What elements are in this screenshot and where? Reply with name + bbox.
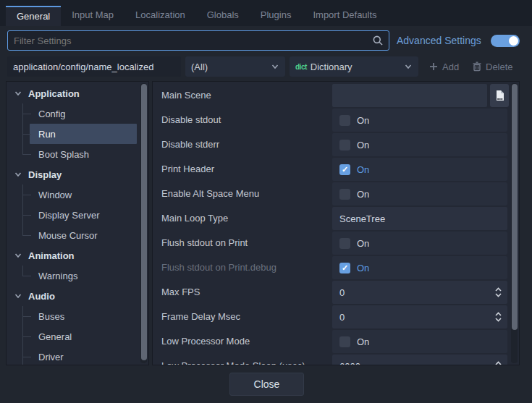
project-settings-dialog: General Input Map Localization Globals P…: [0, 0, 532, 403]
chevron-down-icon: [271, 62, 279, 71]
sidebar-item-config[interactable]: Config: [7, 103, 138, 124]
spinner-updown-icon[interactable]: [494, 310, 503, 323]
main-scene-input[interactable]: [332, 84, 487, 107]
file-icon: [494, 90, 505, 101]
property-label: Max FPS: [161, 280, 200, 305]
add-label: Add: [442, 61, 459, 72]
property-row-disable-stderr: Disable stderr On: [153, 132, 510, 157]
property-row-print-header: Print Header ✓ On: [153, 157, 510, 182]
main-loop-type-input[interactable]: SceneTree: [332, 207, 507, 230]
search-icon: [372, 35, 384, 46]
property-label: Main Scene: [161, 83, 211, 108]
main-scrollbar-track[interactable]: [511, 83, 518, 363]
filter-settings-input[interactable]: [8, 35, 372, 46]
property-row-low-processor-mode: Low Processor Mode On: [153, 329, 510, 354]
checkbox-unchecked[interactable]: [339, 189, 350, 200]
tab-localization[interactable]: Localization: [124, 6, 196, 26]
dictionary-type-icon: dict: [295, 63, 307, 71]
sidebar-item-label: Warnings: [38, 271, 77, 281]
close-button[interactable]: Close: [229, 373, 304, 396]
property-bar: (All) dict Dictionary Add: [0, 56, 532, 77]
sidebar-item-label: Audio: [28, 291, 55, 302]
sidebar-item-warnings[interactable]: Warnings: [7, 266, 138, 286]
tab-bar: General Input Map Localization Globals P…: [0, 0, 532, 26]
feature-filter-dropdown[interactable]: (All): [185, 56, 285, 77]
sidebar-item-application[interactable]: Application: [7, 83, 138, 103]
settings-category-tree: Application Config Run Boot Splash Displ…: [6, 81, 149, 365]
max-fps-spinbox[interactable]: 0: [332, 281, 507, 304]
spinner-updown-icon[interactable]: [494, 360, 503, 365]
property-row-main-loop-type: Main Loop Type SceneTree: [153, 206, 510, 231]
property-label: Print Header: [161, 157, 214, 182]
tab-input-map[interactable]: Input Map: [61, 6, 124, 26]
checkbox-label: On: [357, 238, 369, 249]
sidebar-item-label: Driver: [38, 352, 64, 362]
checkbox-label: On: [357, 263, 369, 273]
delete-label: Delete: [486, 61, 513, 72]
filter-settings-box: [7, 30, 389, 51]
property-label: Disable stderr: [161, 132, 219, 157]
type-dropdown[interactable]: dict Dictionary: [290, 56, 418, 77]
checkbox-label: On: [357, 336, 369, 347]
sidebar-item-label: General: [38, 331, 72, 342]
frame-delay-spinbox[interactable]: 0: [332, 305, 507, 328]
checkbox-unchecked[interactable]: [339, 238, 350, 249]
tab-plugins[interactable]: Plugins: [250, 6, 303, 26]
sidebar-item-animation[interactable]: Animation: [7, 245, 138, 266]
sidebar-item-label: Config: [38, 109, 66, 119]
sidebar-item-boot-splash[interactable]: Boot Splash: [7, 144, 138, 164]
property-label: Flush stdout on Print: [161, 231, 248, 255]
sidebar-item-window[interactable]: Window: [7, 184, 138, 205]
checkbox-unchecked[interactable]: [339, 336, 350, 347]
plus-icon: [428, 61, 439, 72]
property-path-input[interactable]: [7, 56, 181, 77]
property-label: Main Loop Type: [161, 206, 228, 231]
checkbox-checked[interactable]: ✓: [339, 263, 350, 273]
property-row-enable-alt-space-menu: Enable Alt Space Menu On: [153, 182, 510, 206]
tab-globals[interactable]: Globals: [196, 6, 250, 26]
file-picker-button[interactable]: [490, 84, 509, 107]
chevron-down-icon: [14, 170, 22, 179]
checkbox-label: On: [357, 189, 369, 200]
sidebar-item-audio[interactable]: Audio: [7, 286, 138, 306]
sidebar-item-label: Boot Splash: [38, 149, 89, 160]
value-text: SceneTree: [339, 213, 385, 224]
checkbox-unchecked[interactable]: [339, 115, 350, 126]
add-button[interactable]: Add: [428, 56, 459, 77]
property-label: Flush stdout on Print.debug: [161, 255, 276, 280]
checkbox-label: On: [357, 164, 369, 175]
type-value: Dictionary: [311, 61, 352, 72]
property-row-max-fps: Max FPS 0: [153, 280, 510, 305]
main-scrollbar-thumb[interactable]: [512, 84, 518, 330]
sidebar-item-buses[interactable]: Buses: [7, 306, 138, 326]
checkbox-checked[interactable]: ✓: [339, 164, 350, 175]
tab-general[interactable]: General: [6, 6, 61, 26]
checkbox-label: On: [357, 115, 369, 126]
chevron-down-icon: [14, 292, 22, 300]
sidebar-item-run[interactable]: Run: [7, 124, 138, 144]
checkbox-unchecked[interactable]: [339, 140, 350, 150]
advanced-settings-label: Advanced Settings: [397, 30, 481, 51]
sidebar-item-label: Display Server: [38, 210, 100, 221]
tab-import-defaults[interactable]: Import Defaults: [302, 6, 387, 26]
sidebar-scrollbar-thumb[interactable]: [141, 84, 147, 360]
low-processor-sleep-spinbox[interactable]: 6000: [332, 355, 507, 365]
property-row-low-processor-mode-sleep: Low Processor Mode Sleep (usec) 6000: [153, 354, 510, 365]
dialog-content: Advanced Settings (All) dict Dictionary: [0, 26, 532, 403]
sidebar-item-mouse-cursor[interactable]: Mouse Cursor: [7, 225, 138, 245]
feature-filter-value: (All): [191, 61, 208, 72]
property-label: Enable Alt Space Menu: [161, 182, 259, 206]
advanced-settings-toggle[interactable]: [491, 35, 520, 47]
sidebar-scrollbar-track[interactable]: [140, 83, 147, 363]
sidebar-item-display-server[interactable]: Display Server: [7, 205, 138, 225]
delete-button[interactable]: Delete: [472, 56, 513, 77]
sidebar-item-driver[interactable]: Driver: [7, 347, 138, 365]
sidebar-item-label: Animation: [28, 250, 75, 261]
property-row-main-scene: Main Scene: [153, 83, 510, 108]
sidebar-item-general[interactable]: General: [7, 326, 138, 347]
sidebar-item-display[interactable]: Display: [7, 164, 138, 184]
spinner-updown-icon[interactable]: [494, 286, 503, 299]
property-row-flush-stdout-on-print: Flush stdout on Print On: [153, 231, 510, 255]
sidebar-item-label: Display: [28, 169, 62, 180]
sidebar-item-label: Buses: [38, 311, 64, 322]
